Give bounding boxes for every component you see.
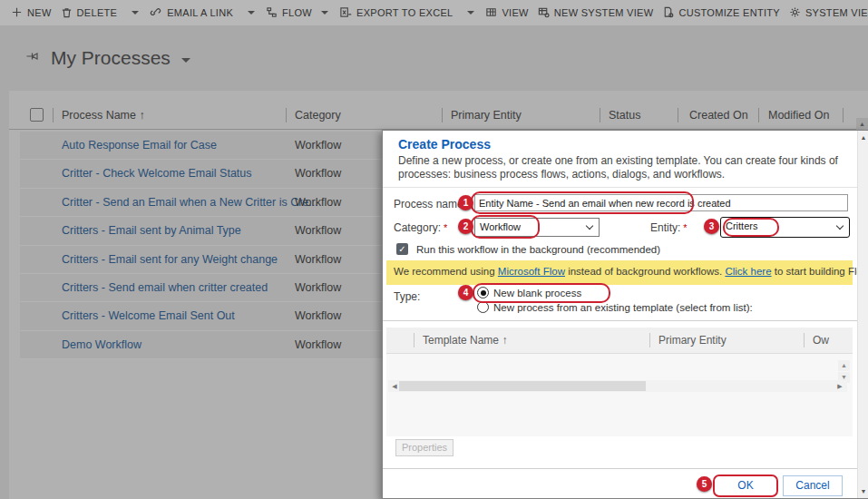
sort-ascending-icon: ↑ [502,334,507,347]
type-label: Type: [394,290,420,303]
step-annotation-4: 4 [458,285,473,300]
step-annotation-1: 1 [458,195,473,210]
run-in-background-checkbox[interactable]: ✓ [396,243,408,255]
scrollbar-thumb[interactable] [399,381,646,391]
properties-button[interactable]: Properties [395,439,454,456]
new-blank-process-radio[interactable] [477,287,489,298]
template-horizontal-scrollbar[interactable]: ◀ ▶ [388,380,847,392]
process-name-input[interactable] [474,194,848,211]
column-owner-clipped[interactable]: Ow [813,334,829,347]
dialog-title: Create Process [398,137,491,152]
category-select[interactable]: Workflow [474,218,600,237]
step-annotation-2: 2 [458,219,473,234]
ok-button[interactable]: OK [713,475,778,497]
column-primary-entity[interactable]: Primary Entity [658,334,727,347]
column-divider [804,333,805,347]
scroll-up-arrow[interactable]: ▲ [858,132,868,143]
entity-label: Entity:* [650,221,688,234]
create-process-dialog: Create Process Define a new process, or … [382,130,868,499]
new-blank-process-label[interactable]: New blank process [493,288,581,298]
column-divider [414,333,414,347]
template-grid-header: Template Name ↑ Primary Entity Ow [386,328,853,354]
column-template-name[interactable]: Template Name ↑ [423,334,507,347]
microsoft-flow-link[interactable]: Microsoft Flow [498,266,565,277]
dialog-scrollbar[interactable]: ▲ ▼ [857,131,868,498]
flow-recommendation-banner: We recommend using Microsoft Flow instea… [386,260,853,285]
chevron-down-icon [586,222,593,230]
scroll-down-arrow[interactable]: ▼ [858,485,868,497]
column-divider [649,333,650,347]
click-here-link[interactable]: Click here [725,266,771,277]
template-scroll-up-arrow[interactable]: ▲ [838,360,850,371]
divider [383,320,858,321]
entity-select[interactable]: Critters [720,217,850,238]
category-label: Category:* [394,221,447,234]
divider [383,468,858,469]
screen: NEW DELETE EMAIL A LINK FLOW EXPORT TO E… [0,0,868,499]
chevron-down-icon [836,222,844,230]
template-grid: Template Name ↑ Primary Entity Ow ▲ ▼ ◀ … [386,328,853,436]
new-from-template-label[interactable]: New process from an existing template (s… [493,302,753,313]
step-annotation-5: 5 [697,476,712,492]
run-in-background-label: Run this workflow in the background (rec… [416,244,660,255]
new-from-template-radio[interactable] [477,301,489,313]
divider [383,187,858,188]
dialog-description: Define a new process, or create one from… [398,154,846,181]
cancel-button[interactable]: Cancel [783,475,843,496]
step-annotation-3: 3 [704,219,719,234]
scroll-right-arrow[interactable]: ▶ [834,380,845,392]
